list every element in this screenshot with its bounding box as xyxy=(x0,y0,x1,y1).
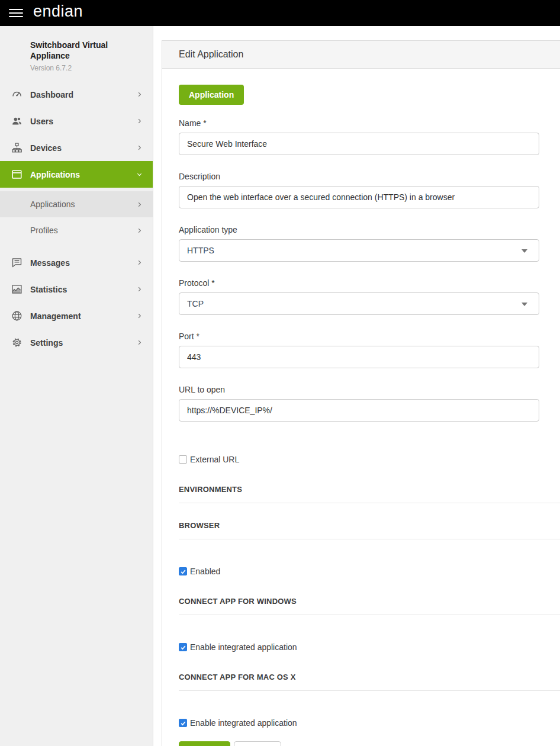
chevron-right-icon xyxy=(136,339,143,346)
hamburger-menu-icon[interactable] xyxy=(9,9,23,17)
port-label: Port * xyxy=(179,332,560,341)
windows-integrated-checkbox-row[interactable]: Enable integrated application xyxy=(179,642,560,652)
sidebar-item-applications[interactable]: Applications xyxy=(0,161,153,188)
enabled-checkbox[interactable] xyxy=(179,567,187,575)
protocol-label: Protocol * xyxy=(179,278,560,288)
chevron-right-icon xyxy=(136,285,143,293)
sidebar-header: Switchboard Virtual Appliance Version 6.… xyxy=(0,26,153,72)
sidebar-item-label: Messages xyxy=(30,258,136,268)
dashboard-icon xyxy=(11,88,23,101)
mac-integrated-checkbox[interactable] xyxy=(179,719,187,727)
windows-integrated-label: Enable integrated application xyxy=(190,642,297,652)
name-label: Name * xyxy=(179,118,560,128)
windows-integrated-checkbox[interactable] xyxy=(179,643,187,651)
mac-integrated-label: Enable integrated application xyxy=(190,718,297,728)
sidebar-nav: Dashboard Users xyxy=(0,81,153,356)
application-type-select[interactable]: HTTPS xyxy=(179,239,539,262)
appliance-title: Switchboard Virtual Appliance xyxy=(30,40,142,61)
sidebar-item-label: Devices xyxy=(30,143,136,153)
management-icon xyxy=(11,310,23,322)
enabled-label: Enabled xyxy=(190,567,220,576)
enabled-checkbox-row[interactable]: Enabled xyxy=(179,567,560,576)
sidebar-item-devices[interactable]: Devices xyxy=(0,134,153,161)
main-content: Edit Application Application Name * Desc… xyxy=(153,26,560,746)
port-field-group: Port * xyxy=(179,332,560,368)
application-type-value: HTTPS xyxy=(187,246,214,255)
section-browser: BROWSER xyxy=(179,521,560,539)
sidebar-item-messages[interactable]: Messages xyxy=(0,249,153,276)
tab-application[interactable]: Application xyxy=(179,85,244,105)
chevron-right-icon xyxy=(136,227,143,234)
chevron-right-icon xyxy=(136,91,143,98)
settings-gear-icon xyxy=(11,336,23,349)
sidebar-item-users[interactable]: Users xyxy=(0,108,153,134)
section-connect-app-windows: CONNECT APP FOR WINDOWS xyxy=(179,597,560,615)
sidebar-item-dashboard[interactable]: Dashboard xyxy=(0,81,153,108)
form-actions: Change Cancel xyxy=(179,741,560,746)
url-input[interactable] xyxy=(179,399,539,422)
sidebar-subitem-profiles[interactable]: Profiles xyxy=(0,217,153,243)
applications-icon xyxy=(11,168,23,181)
sidebar-item-statistics[interactable]: Statistics xyxy=(0,276,153,303)
external-url-label: External URL xyxy=(190,455,239,464)
sidebar-item-label: Users xyxy=(30,117,136,126)
sidebar: Switchboard Virtual Appliance Version 6.… xyxy=(0,26,153,746)
change-button[interactable]: Change xyxy=(179,741,230,746)
external-url-checkbox[interactable] xyxy=(179,455,187,464)
sidebar-item-label: Management xyxy=(30,311,136,321)
url-field-group: URL to open xyxy=(179,385,560,422)
sidebar-item-label: Applications xyxy=(30,170,136,179)
devices-icon xyxy=(11,142,23,154)
sidebar-item-label: Statistics xyxy=(30,285,136,294)
url-label: URL to open xyxy=(179,385,560,394)
dropdown-caret-icon xyxy=(522,249,527,253)
sidebar-item-label: Dashboard xyxy=(30,90,136,99)
protocol-value: TCP xyxy=(187,299,204,308)
appliance-version: Version 6.7.2 xyxy=(30,64,142,72)
description-label: Description xyxy=(179,172,560,181)
name-field-group: Name * xyxy=(179,118,560,155)
external-url-checkbox-row[interactable]: External URL xyxy=(179,455,560,464)
applications-submenu: Applications Profiles xyxy=(0,188,153,249)
card-body: Application Name * Description Applicati… xyxy=(162,69,560,746)
port-input[interactable] xyxy=(179,346,539,368)
chevron-right-icon xyxy=(136,201,143,208)
protocol-field-group: Protocol * TCP xyxy=(179,278,560,315)
dropdown-caret-icon xyxy=(522,303,527,306)
sidebar-item-settings[interactable]: Settings xyxy=(0,329,153,356)
statistics-icon xyxy=(11,283,23,295)
users-icon xyxy=(11,115,23,127)
chevron-right-icon xyxy=(136,117,143,125)
chevron-down-icon xyxy=(136,171,143,178)
section-environments: ENVIRONMENTS xyxy=(179,485,560,503)
mac-integrated-checkbox-row[interactable]: Enable integrated application xyxy=(179,718,560,728)
name-input[interactable] xyxy=(179,133,539,155)
endian-logo: endian xyxy=(33,2,83,21)
sidebar-subitem-label: Profiles xyxy=(30,226,136,235)
page-title: Edit Application xyxy=(179,49,243,60)
topbar: endian xyxy=(0,0,560,26)
sidebar-item-management[interactable]: Management xyxy=(0,303,153,329)
application-type-label: Application type xyxy=(179,225,560,234)
section-connect-app-mac: CONNECT APP FOR MAC OS X xyxy=(179,673,560,691)
description-input[interactable] xyxy=(179,186,539,208)
application-type-field-group: Application type HTTPS xyxy=(179,225,560,262)
sidebar-subitem-applications[interactable]: Applications xyxy=(0,191,153,217)
chevron-right-icon xyxy=(136,312,143,320)
description-field-group: Description xyxy=(179,172,560,208)
chevron-right-icon xyxy=(136,259,143,266)
card-header: Edit Application xyxy=(162,41,560,69)
sidebar-item-label: Settings xyxy=(30,338,136,348)
messages-icon xyxy=(11,256,23,269)
protocol-select[interactable]: TCP xyxy=(179,292,539,315)
sidebar-subitem-label: Applications xyxy=(30,200,136,209)
edit-application-card: Edit Application Application Name * Desc… xyxy=(162,40,560,746)
cancel-button[interactable]: Cancel xyxy=(234,741,281,746)
chevron-right-icon xyxy=(136,144,143,152)
